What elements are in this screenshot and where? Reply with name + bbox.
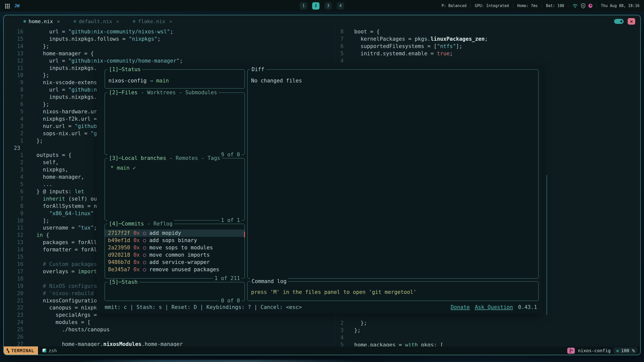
commit-list: 2717f2f 0x ○ add mopidyb49ef1d 0x ○ add …	[105, 224, 245, 273]
ask-question-link[interactable]: Ask Question	[475, 304, 513, 311]
color-picker-icon[interactable]	[588, 4, 592, 8]
status-segment: P: Balanced	[441, 4, 466, 8]
code-pane-right-bottom: 2 };3};45home.packages = with pkgs; [	[337, 320, 640, 346]
panel-title: [1]─Status	[107, 66, 142, 73]
apps-grid-icon[interactable]	[5, 3, 10, 9]
code-line[interactable]: 4	[337, 57, 640, 65]
statusbar-right: nixos-config ≡ 100 %	[567, 347, 640, 354]
panel-title: Diff	[250, 66, 266, 73]
notification-shield-icon[interactable]: 0	[581, 3, 585, 8]
window-close-button[interactable]: ×	[628, 18, 635, 25]
system-tray: 0	[572, 3, 592, 8]
mode-label: TERMINAL	[11, 348, 34, 353]
commit-row[interactable]: 8e345a7 0x ○ remove unused packages	[105, 266, 245, 273]
commit-row[interactable]: b49ef1d 0x ○ add sops binary	[105, 237, 245, 244]
panel-title: [4]─Commits - Reflog	[107, 220, 174, 228]
tab-list: ❄home.nix×❄default.nix×❄flake.nix×	[23, 18, 186, 24]
panel-title: [3]─Local branches - Remotes - Tags	[107, 155, 222, 162]
commits-scrollbar[interactable]	[244, 232, 245, 238]
lazygit-window: [1]─Status nixos-config → main [2]─Files…	[97, 65, 542, 313]
code-line[interactable]: 6 supportedFilesystems = ["ntfs"];	[337, 43, 640, 50]
toggle-dot	[620, 20, 622, 22]
lazygit-diff-panel[interactable]: Diff No changed files	[247, 69, 539, 279]
command-log-content: press 'M' in the files panel to open 'gi…	[248, 282, 538, 296]
panel-title: Command log	[250, 278, 288, 285]
tab-close-button[interactable]: ×	[57, 18, 60, 24]
status-bar: ▚ TERMINAL zsh nixos-config ≡ 100 %	[4, 346, 640, 355]
shell-name: zsh	[49, 348, 57, 353]
terminal-mode-icon: ▚	[7, 348, 9, 353]
toggle-icon[interactable]	[614, 19, 624, 24]
workspace-button-2[interactable]: 2	[312, 2, 319, 10]
divider	[542, 4, 542, 8]
keybind-hints: mmit: c | Stash: s | Reset: D | Keybindi…	[105, 304, 302, 311]
code-line[interactable]: 4	[337, 334, 640, 341]
workspace-button-4[interactable]: 4	[337, 2, 344, 10]
divider	[568, 4, 568, 8]
clock[interactable]: Thu Aug 08, 18:16	[601, 4, 639, 8]
scroll-percent: 100 %	[621, 348, 635, 353]
workspaces: 1234	[300, 0, 344, 12]
code-line[interactable]: 5home.packages = with pkgs; [	[337, 341, 640, 346]
lazygit-stash-panel[interactable]: [5]─Stash 0 of 0	[105, 282, 245, 301]
topbar-left: JW	[5, 3, 19, 9]
divider	[470, 4, 471, 8]
lazygit-commits-panel[interactable]: [4]─Commits - Reflog 2717f2f 0x ○ add mo…	[105, 224, 245, 279]
code-line[interactable]: 3};	[337, 327, 640, 334]
wifi-icon[interactable]	[572, 4, 578, 8]
panel-title: [2]─Files - Worktrees - Submodules	[107, 89, 219, 96]
keybar-links: Donate Ask Question 0.43.1	[451, 304, 537, 311]
lazygit-branches-panel[interactable]: [3]─Local branches - Remotes - Tags * ma…	[105, 158, 245, 220]
keybind-bar: mmit: c | Stash: s | Reset: D | Keybindi…	[105, 304, 537, 311]
lines-icon: ≡	[616, 348, 619, 353]
status-segment: Home: 7ms	[517, 4, 538, 8]
lazygit-files-panel[interactable]: [2]─Files - Worktrees - Submodules 0 of …	[105, 93, 245, 155]
code-line[interactable]: 2 };	[337, 320, 640, 327]
nix-snowflake-icon: ❄	[133, 19, 136, 24]
tab-label: flake.nix	[138, 18, 165, 24]
code-pane-right-top: 8boot = {7 kernelPackages = pkgs.linuxPa…	[337, 28, 640, 65]
divider	[596, 4, 597, 8]
tab-close-button[interactable]: ×	[169, 18, 172, 24]
lazygit-status-panel[interactable]: [1]─Status nixos-config → main	[105, 69, 245, 88]
workspace-button-3[interactable]: 3	[325, 2, 332, 10]
tab-label: default.nix	[79, 18, 112, 24]
commit-row[interactable]: 2717f2f 0x ○ add mopidy	[105, 230, 245, 237]
svg-text:0: 0	[582, 5, 584, 7]
project-name: nixos-config	[578, 348, 611, 353]
editor-area: 16 url = "github:nix-community/nixos-wsl…	[4, 27, 640, 346]
shell-segment[interactable]: zsh	[38, 348, 61, 353]
panel-count: 0 of 0	[219, 151, 242, 158]
divider	[513, 4, 513, 8]
code-line[interactable]: 5 initrd.systemd.enable = true;	[337, 50, 640, 57]
tab-home.nix[interactable]: ❄home.nix×	[23, 18, 60, 24]
commit-row[interactable]: d920218 0x ○ move common imports	[105, 251, 245, 259]
tab-label: home.nix	[29, 18, 53, 24]
wallpaper-glow	[75, 360, 367, 362]
code-line[interactable]: 8boot = {	[337, 28, 640, 35]
nix-snowflake-icon: ❄	[23, 19, 26, 24]
commit-row[interactable]: 2a23950 0x ○ move sops to modules	[105, 244, 245, 251]
project-badge-icon	[567, 348, 575, 354]
commit-row[interactable]: 9486b7d 0x ○ add service-wrapper	[105, 259, 245, 266]
lazygit-command-log-panel[interactable]: Command log press 'M' in the files panel…	[247, 281, 539, 301]
donate-link[interactable]: Donate	[451, 304, 470, 311]
panel-title: [5]─Stash	[107, 279, 139, 286]
diff-content: No changed files	[248, 70, 538, 84]
scrollbar[interactable]	[546, 175, 547, 315]
workspace-button-1[interactable]: 1	[300, 2, 307, 10]
shell-icon	[43, 349, 46, 352]
editor-window: ❄home.nix×❄default.nix×❄flake.nix× × 16 …	[3, 15, 641, 355]
panel-count: 1 of 1	[219, 217, 242, 224]
code-line[interactable]: 7 kernelPackages = pkgs.linuxPackages_ze…	[337, 35, 640, 43]
top-bar: JW 1234 P: BalancedGPU: IntegratedHome: …	[0, 0, 644, 12]
version-label: 0.43.1	[518, 304, 537, 311]
position-segment: ≡ 100 %	[614, 347, 637, 354]
status-segment: Bat: 100	[546, 4, 564, 8]
panel-count: 0 of 0	[219, 297, 242, 304]
tab-default.nix[interactable]: ❄default.nix×	[73, 18, 119, 24]
tab-flake.nix[interactable]: ❄flake.nix×	[133, 18, 172, 24]
logo-badge[interactable]: JW	[14, 3, 19, 8]
tab-close-button[interactable]: ×	[116, 18, 119, 24]
panel-count: 1 of 211	[213, 275, 242, 282]
